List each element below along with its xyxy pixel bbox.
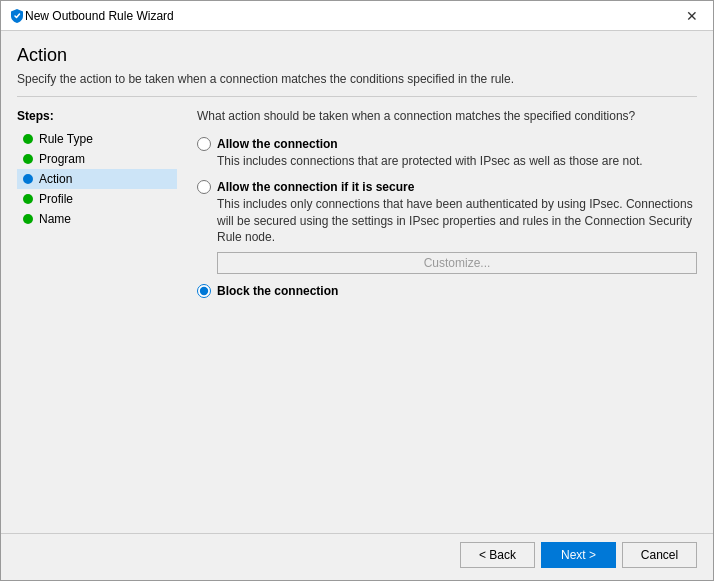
wizard-window: New Outbound Rule Wizard ✕ Action Specif… [0, 0, 714, 581]
radio-block[interactable] [197, 284, 211, 298]
dot-program [23, 154, 33, 164]
close-button[interactable]: ✕ [679, 5, 705, 27]
option-allow-secure: Allow the connection if it is secure Thi… [197, 180, 697, 274]
option-allow: Allow the connection This includes conne… [197, 137, 697, 170]
sidebar-label-name: Name [39, 212, 71, 226]
footer: < Back Next > Cancel [1, 533, 713, 580]
back-button[interactable]: < Back [460, 542, 535, 568]
radio-allow[interactable] [197, 137, 211, 151]
sidebar-item-program[interactable]: Program [17, 149, 177, 169]
dot-profile [23, 194, 33, 204]
dot-action [23, 174, 33, 184]
content-question: What action should be taken when a conne… [197, 109, 697, 123]
page-description: Specify the action to be taken when a co… [17, 72, 697, 97]
dot-rule-type [23, 134, 33, 144]
option-block-label[interactable]: Block the connection [217, 284, 338, 298]
sidebar: Steps: Rule Type Program Action Profile [17, 109, 187, 525]
sidebar-item-rule-type[interactable]: Rule Type [17, 129, 177, 149]
option-block-row: Block the connection [197, 284, 697, 298]
option-allow-secure-row: Allow the connection if it is secure [197, 180, 697, 194]
page-title: Action [17, 45, 697, 66]
sidebar-label-program: Program [39, 152, 85, 166]
main-body: Steps: Rule Type Program Action Profile [17, 109, 697, 525]
option-allow-desc: This includes connections that are prote… [217, 153, 697, 170]
content-panel: What action should be taken when a conne… [187, 109, 697, 525]
customize-button[interactable]: Customize... [217, 252, 697, 274]
dot-name [23, 214, 33, 224]
steps-label: Steps: [17, 109, 177, 123]
sidebar-item-profile[interactable]: Profile [17, 189, 177, 209]
option-allow-row: Allow the connection [197, 137, 697, 151]
radio-allow-secure[interactable] [197, 180, 211, 194]
sidebar-item-name[interactable]: Name [17, 209, 177, 229]
wizard-icon [9, 8, 25, 24]
next-button[interactable]: Next > [541, 542, 616, 568]
cancel-button[interactable]: Cancel [622, 542, 697, 568]
radio-group: Allow the connection This includes conne… [197, 137, 697, 298]
content-area: Action Specify the action to be taken wh… [1, 31, 713, 533]
sidebar-label-action: Action [39, 172, 72, 186]
option-allow-label[interactable]: Allow the connection [217, 137, 338, 151]
option-allow-secure-desc: This includes only connections that have… [217, 196, 697, 246]
sidebar-label-rule-type: Rule Type [39, 132, 93, 146]
sidebar-label-profile: Profile [39, 192, 73, 206]
option-allow-secure-label[interactable]: Allow the connection if it is secure [217, 180, 414, 194]
title-bar: New Outbound Rule Wizard ✕ [1, 1, 713, 31]
window-title: New Outbound Rule Wizard [25, 9, 679, 23]
sidebar-item-action[interactable]: Action [17, 169, 177, 189]
option-block: Block the connection [197, 284, 697, 298]
